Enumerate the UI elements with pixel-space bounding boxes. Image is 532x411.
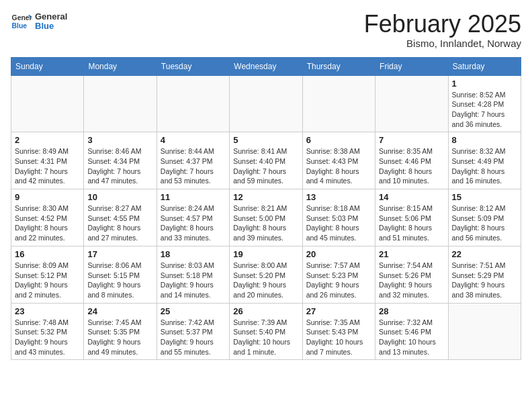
day-info: Sunrise: 8:00 AM Sunset: 5:20 PM Dayligh… (233, 261, 298, 300)
calendar-cell (302, 75, 375, 132)
location-subtitle: Bismo, Innlandet, Norway (364, 38, 521, 49)
day-number: 10 (87, 192, 152, 202)
calendar-cell: 20Sunrise: 7:57 AM Sunset: 5:23 PM Dayli… (302, 246, 375, 303)
day-info: Sunrise: 8:49 AM Sunset: 4:31 PM Dayligh… (15, 146, 80, 186)
calendar-cell: 2Sunrise: 8:49 AM Sunset: 4:31 PM Daylig… (11, 132, 84, 189)
calendar-table: SundayMondayTuesdayWednesdayThursdayFrid… (11, 57, 521, 361)
calendar-cell: 5Sunrise: 8:41 AM Sunset: 4:40 PM Daylig… (230, 132, 302, 189)
day-info: Sunrise: 8:21 AM Sunset: 5:00 PM Dayligh… (233, 203, 298, 243)
day-info: Sunrise: 7:48 AM Sunset: 5:32 PM Dayligh… (15, 318, 80, 357)
day-number: 15 (452, 192, 517, 202)
day-info: Sunrise: 7:54 AM Sunset: 5:26 PM Dayligh… (379, 261, 444, 300)
day-info: Sunrise: 8:09 AM Sunset: 5:12 PM Dayligh… (15, 261, 80, 300)
day-number: 16 (15, 249, 80, 259)
calendar-cell: 22Sunrise: 7:51 AM Sunset: 5:29 PM Dayli… (448, 246, 521, 303)
day-info: Sunrise: 7:35 AM Sunset: 5:43 PM Dayligh… (306, 318, 371, 357)
calendar-cell: 25Sunrise: 7:42 AM Sunset: 5:37 PM Dayli… (157, 303, 229, 360)
day-number: 26 (233, 306, 298, 316)
day-number: 7 (379, 135, 444, 145)
calendar-cell (375, 75, 448, 132)
calendar-cell: 8Sunrise: 8:32 AM Sunset: 4:49 PM Daylig… (448, 132, 521, 189)
day-number: 14 (379, 192, 444, 202)
week-row-4: 16Sunrise: 8:09 AM Sunset: 5:12 PM Dayli… (11, 246, 521, 303)
day-number: 2 (15, 135, 80, 145)
calendar-cell: 11Sunrise: 8:24 AM Sunset: 4:57 PM Dayli… (157, 189, 229, 246)
calendar-cell: 7Sunrise: 8:35 AM Sunset: 4:46 PM Daylig… (375, 132, 448, 189)
calendar-cell (230, 75, 302, 132)
day-info: Sunrise: 8:41 AM Sunset: 4:40 PM Dayligh… (233, 146, 298, 186)
calendar-cell (448, 303, 521, 360)
day-number: 24 (87, 306, 152, 316)
day-number: 21 (379, 249, 444, 259)
day-number: 4 (161, 135, 226, 145)
calendar-cell: 27Sunrise: 7:35 AM Sunset: 5:43 PM Dayli… (302, 303, 375, 360)
week-row-3: 9Sunrise: 8:30 AM Sunset: 4:52 PM Daylig… (11, 189, 521, 246)
calendar-cell: 28Sunrise: 7:32 AM Sunset: 5:46 PM Dayli… (375, 303, 448, 360)
calendar-cell: 15Sunrise: 8:12 AM Sunset: 5:09 PM Dayli… (448, 189, 521, 246)
weekday-header-wednesday: Wednesday (230, 57, 302, 75)
calendar-cell: 6Sunrise: 8:38 AM Sunset: 4:43 PM Daylig… (302, 132, 375, 189)
day-info: Sunrise: 8:15 AM Sunset: 5:06 PM Dayligh… (379, 203, 444, 243)
weekday-header-thursday: Thursday (302, 57, 375, 75)
day-info: Sunrise: 8:38 AM Sunset: 4:43 PM Dayligh… (306, 146, 371, 186)
calendar-cell: 24Sunrise: 7:45 AM Sunset: 5:35 PM Dayli… (84, 303, 157, 360)
day-info: Sunrise: 7:51 AM Sunset: 5:29 PM Dayligh… (452, 261, 517, 300)
weekday-header-monday: Monday (84, 57, 157, 75)
logo-blue-text: Blue (35, 21, 67, 31)
day-number: 23 (15, 306, 80, 316)
calendar-cell: 14Sunrise: 8:15 AM Sunset: 5:06 PM Dayli… (375, 189, 448, 246)
logo-icon: General Blue (11, 11, 32, 32)
day-info: Sunrise: 8:52 AM Sunset: 4:28 PM Dayligh… (452, 90, 517, 130)
calendar-cell: 3Sunrise: 8:46 AM Sunset: 4:34 PM Daylig… (84, 132, 157, 189)
day-number: 3 (87, 135, 152, 145)
day-info: Sunrise: 8:18 AM Sunset: 5:03 PM Dayligh… (306, 203, 371, 243)
day-info: Sunrise: 8:30 AM Sunset: 4:52 PM Dayligh… (15, 203, 80, 243)
weekday-header-saturday: Saturday (448, 57, 521, 75)
day-info: Sunrise: 8:44 AM Sunset: 4:37 PM Dayligh… (161, 146, 226, 186)
calendar-cell: 13Sunrise: 8:18 AM Sunset: 5:03 PM Dayli… (302, 189, 375, 246)
day-info: Sunrise: 8:35 AM Sunset: 4:46 PM Dayligh… (379, 146, 444, 186)
month-title: February 2025 (364, 11, 521, 38)
day-number: 5 (233, 135, 298, 145)
day-info: Sunrise: 8:46 AM Sunset: 4:34 PM Dayligh… (87, 146, 152, 186)
calendar-cell: 23Sunrise: 7:48 AM Sunset: 5:32 PM Dayli… (11, 303, 84, 360)
day-number: 12 (233, 192, 298, 202)
calendar-cell: 21Sunrise: 7:54 AM Sunset: 5:26 PM Dayli… (375, 246, 448, 303)
calendar-header-row: SundayMondayTuesdayWednesdayThursdayFrid… (11, 57, 521, 75)
calendar-cell: 1Sunrise: 8:52 AM Sunset: 4:28 PM Daylig… (448, 75, 521, 132)
day-info: Sunrise: 7:32 AM Sunset: 5:46 PM Dayligh… (379, 318, 444, 357)
calendar-cell: 10Sunrise: 8:27 AM Sunset: 4:55 PM Dayli… (84, 189, 157, 246)
day-number: 13 (306, 192, 371, 202)
page-header: General Blue General Blue February 2025 … (11, 11, 521, 49)
day-info: Sunrise: 8:24 AM Sunset: 4:57 PM Dayligh… (161, 203, 226, 243)
calendar-cell: 18Sunrise: 8:03 AM Sunset: 5:18 PM Dayli… (157, 246, 229, 303)
weekday-header-tuesday: Tuesday (157, 57, 229, 75)
day-number: 8 (452, 135, 517, 145)
day-info: Sunrise: 8:03 AM Sunset: 5:18 PM Dayligh… (161, 261, 226, 300)
day-number: 6 (306, 135, 371, 145)
day-info: Sunrise: 8:06 AM Sunset: 5:15 PM Dayligh… (87, 261, 152, 300)
calendar-cell: 4Sunrise: 8:44 AM Sunset: 4:37 PM Daylig… (157, 132, 229, 189)
calendar-cell: 17Sunrise: 8:06 AM Sunset: 5:15 PM Dayli… (84, 246, 157, 303)
calendar-cell (157, 75, 229, 132)
weekday-header-friday: Friday (375, 57, 448, 75)
svg-text:Blue: Blue (12, 22, 28, 30)
calendar-cell (84, 75, 157, 132)
day-info: Sunrise: 8:12 AM Sunset: 5:09 PM Dayligh… (452, 203, 517, 243)
day-number: 22 (452, 249, 517, 259)
day-number: 9 (15, 192, 80, 202)
title-area: February 2025 Bismo, Innlandet, Norway (364, 11, 521, 49)
weekday-header-sunday: Sunday (11, 57, 84, 75)
logo: General Blue General Blue (11, 11, 67, 32)
calendar-cell: 19Sunrise: 8:00 AM Sunset: 5:20 PM Dayli… (230, 246, 302, 303)
day-info: Sunrise: 7:45 AM Sunset: 5:35 PM Dayligh… (87, 318, 152, 357)
week-row-2: 2Sunrise: 8:49 AM Sunset: 4:31 PM Daylig… (11, 132, 521, 189)
day-info: Sunrise: 7:42 AM Sunset: 5:37 PM Dayligh… (161, 318, 226, 357)
day-number: 19 (233, 249, 298, 259)
logo-general-text: General (35, 12, 67, 21)
day-number: 28 (379, 306, 444, 316)
calendar-cell: 9Sunrise: 8:30 AM Sunset: 4:52 PM Daylig… (11, 189, 84, 246)
calendar-cell: 12Sunrise: 8:21 AM Sunset: 5:00 PM Dayli… (230, 189, 302, 246)
day-info: Sunrise: 7:57 AM Sunset: 5:23 PM Dayligh… (306, 261, 371, 300)
day-info: Sunrise: 8:32 AM Sunset: 4:49 PM Dayligh… (452, 146, 517, 186)
